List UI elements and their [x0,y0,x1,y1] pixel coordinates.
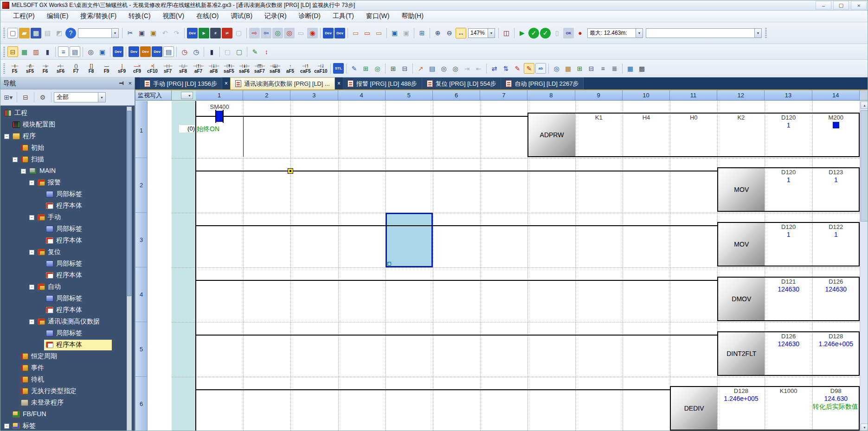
instruction-name-cell[interactable]: DINT2FLT [718,332,765,375]
tab-4[interactable]: 复位 [PRG] [LD] 554步 [422,77,502,89]
pulse-close-contact-button[interactable]: ⊣↓⊢sF8 [175,62,191,76]
scan-monitor-icon[interactable]: ● [575,28,585,38]
operand-device-label[interactable]: D98 [812,387,860,394]
scroll-up-button[interactable]: ▲ [861,101,868,109]
operand-device-label[interactable]: D128 [812,333,860,340]
zoom-combo[interactable]: 147%▼ [468,28,495,38]
tree-expander-icon[interactable]: − [29,180,34,185]
register-watch-icon[interactable]: ⊞ [574,63,585,74]
operand-device-label[interactable]: D123 [812,169,860,176]
tree-item-MAIN[interactable]: −MAIN [0,165,135,177]
remote-operation-icon[interactable]: ▶ [199,28,209,38]
find-coil-icon[interactable]: ◎ [450,63,461,74]
device-find-icon[interactable]: Dev [113,46,123,57]
write-to-plc-icon[interactable]: ⇨ [249,28,260,38]
dropdown-arrow-icon[interactable]: ▼ [111,29,118,38]
tree-expander-icon[interactable]: − [29,319,34,324]
vertical-line-button[interactable]: |sF9 [114,62,129,76]
device-comment-edit-icon[interactable]: ab [535,63,546,74]
io-system-test-icon[interactable]: ↕ [261,46,272,57]
zoom-in-icon[interactable]: ⊕ [432,28,443,38]
tree-item-局部标签[interactable]: 局部标签 [0,328,135,339]
tab-2-active[interactable]: 通讯读测高仪数据 [PRG] [LD] ... [230,77,335,89]
tree-item-程序本体[interactable]: 程序本体 [0,235,135,247]
delete-vertical-line-button[interactable]: ×|cF10 [145,62,160,76]
tree-item-程序本体[interactable]: 程序本体 [0,339,135,351]
delete-wire-icon[interactable]: ⇅ [501,63,511,74]
settings-gear-button[interactable]: ⚙ [37,92,48,103]
new-window-icon[interactable]: ⊞ [417,28,427,38]
instruction-name-cell[interactable]: DMOV [718,278,765,320]
tree-item-复位[interactable]: −复位 [0,247,135,258]
close-button[interactable]: × [851,1,867,10]
edit-mode-icon[interactable]: ✎ [349,63,360,74]
pulse-result-button[interactable]: ⊣↿caF5 [298,62,313,76]
edit-comment-icon[interactable]: ✎ [250,46,260,57]
insert-contact-icon[interactable]: ⊞ [360,63,371,74]
navigation-scrollbar[interactable] [127,107,132,431]
find-device-blue-icon[interactable]: ◎ [551,63,562,74]
menu-item-1[interactable]: 工程(P) [7,11,41,21]
remove-watch-icon[interactable]: ⊟ [586,63,597,74]
read-from-plc-icon[interactable]: ⇦ [261,28,271,38]
operand-device-label[interactable]: D126 [812,278,860,285]
menu-item-3[interactable]: 搜索/替换(F) [74,11,122,21]
instruction-name-cell[interactable]: DEDIV [671,387,717,430]
element-selection-icon[interactable]: ▦ [19,46,30,57]
contact-on-indicator[interactable] [216,111,223,122]
module-configuration-icon[interactable]: ▮ [42,46,53,57]
tree-expander-icon[interactable]: − [29,250,34,255]
operand-device-label[interactable]: K1000 [765,387,812,394]
grid-display2-icon[interactable]: ▩ [637,63,647,74]
tree-item-工程[interactable]: 工程 [0,108,135,119]
tree-item-程序本体[interactable]: 程序本体 [0,200,135,212]
delete-horizontal-line-button[interactable]: —×cF9 [129,62,145,76]
device-buffer-monitor-icon[interactable]: Dev [152,46,162,57]
monitor-status-icon[interactable]: ✓ [528,28,539,38]
program-list-icon[interactable]: ≡ [58,46,69,57]
align-list2-icon[interactable]: ≣ [609,63,620,74]
cut-icon[interactable]: ✂ [125,28,135,38]
operand-device-label[interactable]: H4 [623,114,670,121]
menu-item-11[interactable]: 窗口(W) [360,11,396,21]
tree-item-手动[interactable]: −手动 [0,212,135,223]
monitor-status2-icon[interactable]: ✓ [540,28,551,38]
instruction-name-cell[interactable]: ADPRW [528,114,575,156]
device-batch-monitor-icon[interactable]: Dev [140,46,151,57]
pin-icon[interactable]: T [118,82,125,85]
editor-scrollbar-thumb[interactable] [861,110,868,222]
operand-device-label[interactable]: D120 [765,169,812,176]
tree-collapse-button[interactable]: ⊟ [20,92,31,103]
instruction-name-cell[interactable]: MOV [718,168,765,211]
editor-vertical-scrollbar[interactable]: ▲▼ [860,101,868,431]
tree-item-局部标签[interactable]: 局部标签 [0,223,135,235]
tree-expander-icon[interactable]: − [29,215,34,220]
tree-expander-icon[interactable]: − [21,169,26,174]
device-monitor2-icon[interactable]: Dev [334,28,345,38]
tree-item-事件[interactable]: 事件 [0,362,135,374]
tree-item-局部标签[interactable]: 局部标签 [0,258,135,270]
tree-item-程序本体[interactable]: 程序本体 [0,304,135,316]
rung-number-4[interactable]: 4 [135,267,147,322]
new-file-icon[interactable]: ▢ [7,28,18,38]
delete-row-icon[interactable]: ⊟ [399,63,410,74]
menu-item-8[interactable]: 记录(R) [258,11,292,21]
zoom-out-icon[interactable]: ⊖ [444,28,455,38]
tree-expander-icon[interactable]: − [29,285,34,290]
menu-item-10[interactable]: 工具(T) [327,11,360,21]
module-tool-green-icon[interactable]: ▢ [234,46,244,57]
tree-item-模块配置图[interactable]: 模块配置图 [0,119,135,131]
close-panel-icon[interactable]: × [128,80,132,87]
operand-device-label[interactable]: H0 [670,114,717,121]
watch-window-icon[interactable]: ▤ [70,46,80,57]
insert-coil-icon[interactable]: ◎ [372,63,383,74]
device-entry-monitor-icon[interactable]: Dev [129,46,139,57]
pulse-result2-button[interactable]: ⊣⇃caF10 [313,62,328,76]
selected-cell[interactable] [386,213,433,267]
tree-item-未登录程序[interactable]: 未登录程序 [0,397,135,409]
verify-result-icon[interactable]: ◎ [284,28,295,38]
open-contact-button[interactable]: ⊣⊢F5 [7,62,22,76]
pulse-pdiff-branch-button[interactable]: ⊣⇊⊢saF8 [267,62,283,76]
toolbar-grip[interactable] [765,28,767,38]
open-project-icon[interactable]: ▰ [19,28,30,38]
